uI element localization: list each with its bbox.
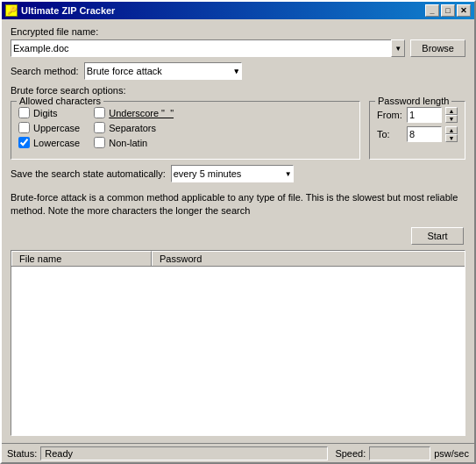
file-input[interactable] [11,39,391,57]
main-content: Encrypted file name: ▼ Browse Search met… [2,19,474,443]
status-bar: Status: Ready Speed: psw/sec [2,443,474,462]
table-header: File name Password [11,251,465,267]
to-row: To: ▲ ▼ [377,126,458,142]
save-state-select[interactable]: every 5 minutes every 10 minutes every 3… [171,165,294,182]
window-controls: _ □ ✕ [425,4,471,17]
non-latin-row: Non-latin [94,137,174,148]
status-panel: Status: Ready [7,446,328,460]
uppercase-row: Uppercase [18,122,80,133]
col-filename: File name [11,251,152,266]
non-latin-checkbox[interactable] [94,137,105,148]
speed-section: Speed: psw/sec [335,446,469,460]
from-input[interactable] [407,107,442,123]
status-value: Ready [40,446,328,460]
start-button[interactable]: Start [411,227,464,245]
underscore-checkbox[interactable] [94,107,105,118]
digits-label: Digits [33,108,58,118]
browse-button[interactable]: Browse [410,39,465,57]
save-state-row: Save the search state automatically: eve… [11,165,465,182]
from-label: From: [377,110,403,120]
maximize-button[interactable]: □ [441,4,455,17]
minimize-button[interactable]: _ [425,4,439,17]
table-body [11,267,465,432]
brute-force-label: Brute force search options: [11,85,465,96]
file-section: Encrypted file name: ▼ Browse [11,26,465,57]
search-method-label: Search method: [11,66,79,76]
from-up-button[interactable]: ▲ [445,107,458,115]
uppercase-checkbox[interactable] [18,122,30,133]
right-checkboxes: Underscore "_" Separators Non-latin [94,107,174,152]
speed-unit: psw/sec [434,448,469,459]
search-method-row: Search method: Brute force attack Dictio… [11,62,465,80]
non-latin-label: Non-latin [109,138,147,148]
col-password: Password [152,251,465,266]
main-window: 🔑 Ultimate ZIP Cracker _ □ ✕ Encrypted f… [0,0,476,464]
underscore-label: Underscore "_" [109,108,174,118]
status-label: Status: [7,448,37,459]
to-input[interactable] [407,126,442,142]
speed-label: Speed: [335,448,366,459]
window-title: Ultimate ZIP Cracker [21,5,115,16]
password-length-group: Password length From: ▲ ▼ To: ▲ [369,101,465,160]
file-dropdown-button[interactable]: ▼ [391,39,405,57]
app-icon: 🔑 [5,4,18,17]
from-down-button[interactable]: ▼ [445,115,458,123]
allowed-chars-group: Allowed characters Digits Uppercase [11,101,360,160]
separators-label: Separators [109,123,156,133]
to-spin: ▲ ▼ [445,126,458,142]
description-text: Brute-force attack is a common method ap… [11,188,465,222]
to-up-button[interactable]: ▲ [445,126,458,134]
password-length-label: Password length [375,96,451,106]
allowed-chars-label: Allowed characters [17,96,103,106]
speed-value [369,446,430,460]
save-state-label: Save the search state automatically: [11,168,166,179]
close-button[interactable]: ✕ [457,4,471,17]
separators-checkbox[interactable] [94,122,105,133]
from-row: From: ▲ ▼ [377,107,458,123]
brute-force-section: Brute force search options: Allowed char… [11,85,465,160]
lowercase-checkbox[interactable] [18,137,30,148]
separators-row: Separators [94,122,174,133]
lowercase-label: Lowercase [33,138,80,148]
digits-row: Digits [18,107,80,118]
file-label: Encrypted file name: [11,26,98,37]
to-down-button[interactable]: ▼ [445,134,458,142]
underscore-row: Underscore "_" [94,107,174,118]
to-label: To: [377,129,403,139]
left-checkboxes: Digits Uppercase Lowercase [18,107,80,152]
start-button-row: Start [11,227,465,245]
digits-checkbox[interactable] [18,107,30,118]
uppercase-label: Uppercase [33,123,80,133]
title-bar: 🔑 Ultimate ZIP Cracker _ □ ✕ [2,2,474,19]
search-method-select[interactable]: Brute force attack Dictionary attack Sma… [84,62,242,80]
lowercase-row: Lowercase [18,137,80,148]
file-table: File name Password [11,250,465,436]
from-spin: ▲ ▼ [445,107,458,123]
